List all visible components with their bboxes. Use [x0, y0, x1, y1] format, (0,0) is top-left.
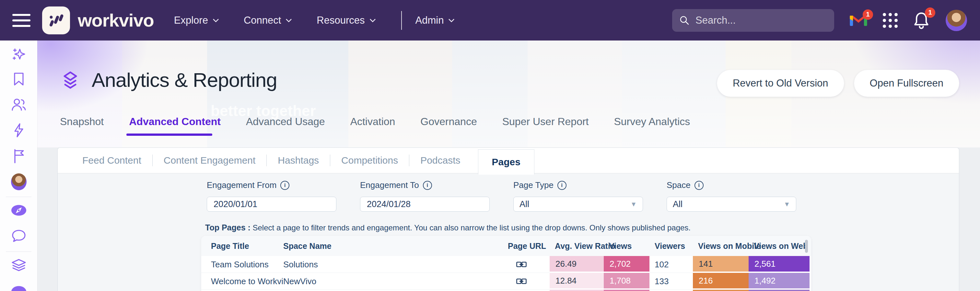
- views-mobile-cell: 216: [693, 273, 749, 288]
- chat-icon[interactable]: [11, 228, 27, 244]
- open-fullscreen-button[interactable]: Open Fullscreen: [854, 70, 959, 97]
- page-title-cell: Welcome to Workvivo: [201, 273, 283, 290]
- avg-view-ratio-cell: 26.49: [550, 256, 604, 272]
- flag-icon[interactable]: [11, 148, 27, 164]
- info-icon[interactable]: i: [423, 181, 432, 190]
- tab-advanced-content[interactable]: Advanced Content: [129, 116, 221, 128]
- top-navbar: workvivo Explore Connect Resources Admin: [0, 0, 980, 40]
- space-select[interactable]: All ▼: [667, 197, 796, 211]
- table-row-partial: [201, 290, 811, 291]
- subtab-content-engagement[interactable]: Content Engagement: [153, 155, 267, 166]
- filters-row: Engagement From i Engagement To i Page: [207, 180, 803, 211]
- workvivo-analytics-page: workvivo Explore Connect Resources Admin: [0, 0, 980, 291]
- lightning-icon[interactable]: [11, 122, 27, 138]
- chevron-down-icon: [213, 19, 219, 22]
- table-row[interactable]: Welcome to Workvivo NewVivo 12.84 1,708 …: [201, 273, 811, 290]
- sidebar-user-avatar[interactable]: [11, 174, 27, 189]
- chevron-down-icon: [369, 19, 376, 22]
- top-pages-table: Page Title Space Name Page URL Avg. View…: [201, 236, 811, 291]
- search-input[interactable]: [695, 14, 827, 27]
- global-search[interactable]: [672, 9, 834, 32]
- sidebar-divider: [6, 197, 32, 197]
- tab-advanced-usage[interactable]: Advanced Usage: [246, 116, 325, 128]
- tab-survey-analytics[interactable]: Survey Analytics: [614, 116, 690, 128]
- info-icon[interactable]: i: [695, 181, 703, 190]
- filter-page-type: Page Type i All ▼: [513, 180, 649, 211]
- avg-view-ratio-cell: 12.84: [550, 273, 604, 288]
- title-row: Analytics & Reporting: [60, 68, 277, 91]
- page-title-cell: Team Solutions: [201, 256, 283, 273]
- table-header-row: Page Title Space Name Page URL Avg. View…: [201, 236, 811, 256]
- user-avatar[interactable]: [946, 10, 967, 31]
- hero-buttons: Revert to Old Version Open Fullscreen: [717, 70, 959, 97]
- nav-resources[interactable]: Resources: [317, 14, 375, 26]
- table-scrollbar[interactable]: [805, 240, 808, 253]
- filter-space: Space i All ▼: [667, 180, 803, 211]
- tab-snapshot[interactable]: Snapshot: [60, 116, 104, 128]
- space-name-cell: Solutions: [283, 256, 508, 273]
- space-name-cell: NewVivo: [283, 273, 508, 290]
- content-subtabs: Feed Content Content Engagement Hashtags…: [58, 148, 959, 173]
- analytics-tabs: Snapshot Advanced Content Advanced Usage…: [60, 116, 690, 128]
- top-pages-caption: Top Pages : Select a page to filter tren…: [205, 223, 690, 232]
- page-type-select[interactable]: All ▼: [513, 197, 643, 211]
- active-tab-underline: [126, 134, 212, 136]
- search-icon: [679, 15, 690, 25]
- tab-activation[interactable]: Activation: [350, 116, 395, 128]
- top-pages-description: Select a page to filter trends and engag…: [253, 223, 691, 232]
- chevron-down-icon: [448, 19, 455, 22]
- link-icon: [516, 278, 527, 285]
- subtab-competitions[interactable]: Competitions: [330, 155, 409, 166]
- subtab-podcasts[interactable]: Podcasts: [409, 155, 471, 166]
- filter-engagement-to: Engagement To i: [360, 180, 496, 211]
- revert-old-version-button[interactable]: Revert to Old Version: [717, 70, 844, 97]
- views-cell: 1,708: [604, 273, 649, 288]
- page-title: Analytics & Reporting: [92, 68, 277, 91]
- apps-grid-button[interactable]: [883, 13, 898, 28]
- tab-governance[interactable]: Governance: [420, 116, 477, 128]
- brand-wordmark: workvivo: [78, 10, 154, 31]
- layers-icon[interactable]: [11, 258, 27, 273]
- workvivo-logo[interactable]: [42, 6, 70, 34]
- nav-connect[interactable]: Connect: [244, 14, 292, 26]
- viewers-cell: 133: [649, 273, 693, 290]
- filter-engagement-from: Engagement From i: [207, 180, 343, 211]
- subtab-hashtags[interactable]: Hashtags: [267, 155, 330, 166]
- viewers-cell: 102: [649, 256, 693, 273]
- apps-grid-icon: [883, 13, 898, 28]
- gmail-badge: 1: [863, 10, 873, 20]
- nav-admin[interactable]: Admin: [415, 14, 455, 26]
- page-url-cell[interactable]: [508, 256, 550, 273]
- bookmark-icon[interactable]: [11, 71, 27, 87]
- dropdown-caret-icon: ▼: [630, 200, 637, 208]
- views-cell: 2,702: [604, 256, 649, 272]
- sparkles-icon[interactable]: [11, 46, 27, 62]
- gmail-button[interactable]: 1: [849, 13, 868, 27]
- notifications-button[interactable]: 1: [913, 11, 930, 30]
- info-icon[interactable]: i: [557, 181, 566, 190]
- views-web-cell: 2,561: [749, 256, 810, 272]
- top-pages-label: Top Pages :: [205, 223, 250, 232]
- hero-header: better together Analytics & Reporting Re…: [37, 40, 980, 148]
- table-row[interactable]: Team Solutions Solutions 26.49 2,702 102…: [201, 256, 811, 273]
- tab-super-user-report[interactable]: Super User Report: [502, 116, 589, 128]
- subtab-feed-content[interactable]: Feed Content: [71, 155, 152, 166]
- subtab-pages[interactable]: Pages: [478, 149, 535, 175]
- people-icon[interactable]: [11, 97, 27, 113]
- info-icon[interactable]: i: [280, 181, 290, 190]
- chevron-down-icon: [285, 19, 292, 22]
- engagement-from-input[interactable]: [213, 199, 330, 210]
- compass-icon[interactable]: [11, 202, 27, 218]
- views-mobile-cell: 141: [693, 256, 749, 272]
- hamburger-menu-icon[interactable]: [12, 14, 30, 27]
- link-icon: [516, 261, 527, 268]
- sidebar-divider: [6, 251, 32, 252]
- primary-nav: Explore Connect Resources: [174, 14, 376, 26]
- dropdown-caret-icon: ▼: [784, 200, 790, 208]
- nav-explore[interactable]: Explore: [174, 14, 219, 26]
- engagement-to-input[interactable]: [366, 199, 484, 210]
- views-web-cell: 1,492: [749, 273, 810, 288]
- profile-partial-icon[interactable]: [11, 283, 27, 291]
- nav-divider: [401, 11, 402, 30]
- page-url-cell[interactable]: [508, 273, 550, 290]
